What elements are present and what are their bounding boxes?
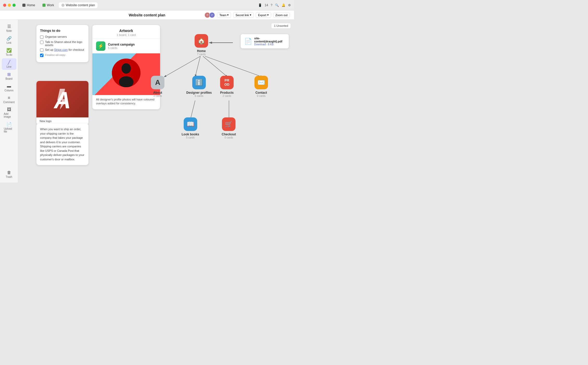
sidebar-item-todo[interactable]: ✅ To-do: [2, 46, 16, 58]
canvas[interactable]: 1 Unsorted Things to do Organise servers…: [18, 20, 294, 182]
tab-home-dot: [22, 4, 25, 7]
node-lookbooks[interactable]: 📖 Look books 5 cards: [182, 117, 199, 139]
designer-node-count: 6 cards: [195, 95, 203, 97]
add-image-icon: 🖼: [7, 107, 11, 112]
zoom-out-button[interactable]: Zoom out: [273, 12, 290, 18]
node-designer[interactable]: ℹ️ Designer profiles 6 cards: [186, 76, 212, 97]
comment-icon: ≡: [8, 96, 10, 100]
checkout-node-label: Checkout: [222, 133, 236, 136]
node-about[interactable]: A About 3 cards: [151, 76, 164, 97]
sidebar-item-link[interactable]: 🔗 Link: [2, 34, 16, 46]
sidebar-line-label: Line: [7, 65, 11, 68]
titlebar: Home Work Website content plan 📱 14 ? 🔍 …: [0, 0, 294, 10]
sidebar-column-label: Column: [4, 89, 13, 92]
checkout-node-icon: 🛒: [222, 117, 235, 131]
pdf-card[interactable]: 📄 site-content(draught).pdf Download · 8…: [241, 34, 289, 48]
about-node-count: 3 cards: [154, 95, 162, 97]
titlebar-right: 📱 14 ? 🔍 🔔 ⚙: [258, 3, 291, 7]
chevron-down-icon: ▾: [267, 13, 269, 17]
settings-icon[interactable]: ⚙: [288, 3, 291, 7]
avatar-2: P: [209, 12, 215, 18]
bell-icon[interactable]: 🔔: [282, 3, 285, 7]
sidebar-comment-label: Comment: [3, 101, 15, 104]
sidebar-item-comment[interactable]: ≡ Comment: [2, 94, 16, 105]
tab-home-label: Home: [27, 3, 35, 7]
designer-node-label: Designer profiles: [186, 91, 212, 95]
designer-node-icon: ℹ️: [192, 76, 206, 89]
search-icon[interactable]: 🔍: [275, 3, 279, 7]
pdf-filename: site-content(draught).pdf: [254, 37, 285, 43]
sidebar-item-board[interactable]: ⊞ Board: [2, 70, 16, 82]
contact-node-icon: ✉️: [254, 76, 268, 89]
node-checkout[interactable]: 🛒 Checkout 0 cards: [222, 117, 236, 139]
pdf-icon: 📄: [244, 38, 252, 45]
home-node-count: 7 cards: [197, 53, 206, 56]
svg-line-9: [203, 56, 228, 77]
sidebar-item-line[interactable]: ╱ Line: [2, 58, 16, 70]
tab-website-label: Website content plan: [66, 3, 95, 7]
secret-link-button[interactable]: Secret link ▾: [233, 12, 253, 18]
sidebar-note-label: Note: [6, 29, 12, 32]
sidebar-item-upload[interactable]: 📄 Upload file: [2, 120, 16, 135]
sidebar-item-column[interactable]: ▬ Column: [2, 82, 16, 93]
sidebar-upload-label: Upload file: [4, 127, 14, 133]
node-products[interactable]: PROD Products 2 cards: [220, 76, 234, 97]
node-contact[interactable]: ✉️ Contact 0 cards: [254, 76, 268, 97]
checkout-node-count: 0 cards: [225, 136, 233, 139]
lookbooks-node-count: 5 cards: [186, 136, 195, 139]
sidebar-item-trash[interactable]: 🗑 Trash: [2, 169, 16, 180]
pdf-info: site-content(draught).pdf Download · 8 K…: [254, 37, 285, 46]
line-icon: ╱: [8, 60, 10, 65]
upload-icon: 📄: [7, 122, 12, 127]
chevron-down-icon: ▾: [227, 13, 229, 17]
products-node-label: Products: [220, 91, 234, 95]
avatars: P P: [206, 12, 215, 18]
tab-website[interactable]: Website content plan: [59, 2, 98, 8]
minimize-button[interactable]: [8, 4, 11, 7]
toolbar: Website content plan P P Team ▾ Secret l…: [0, 10, 294, 20]
about-node-label: About: [153, 91, 162, 95]
device-icon: 📱: [258, 3, 262, 7]
sidebar-add-image-label: Add image: [4, 112, 14, 118]
tab-work-label: Work: [47, 3, 54, 7]
tab-work-dot: [42, 4, 46, 7]
products-node-icon: PROD: [220, 76, 234, 89]
trash-icon: 🗑: [7, 170, 11, 175]
node-home[interactable]: 🏠 Home 7 cards: [195, 34, 208, 56]
pdf-size: · 8 KB: [266, 43, 273, 46]
note-icon: ☰: [7, 24, 11, 29]
sidebar-trash-label: Trash: [6, 175, 12, 178]
toolbar-right: P P Team ▾ Secret link ▾ Export ▾ Zoom o…: [206, 12, 290, 18]
maximize-button[interactable]: [12, 4, 16, 7]
export-button[interactable]: Export ▾: [256, 12, 271, 18]
tab-home[interactable]: Home: [20, 2, 38, 8]
svg-line-10: [205, 56, 263, 77]
column-icon: ▬: [7, 84, 11, 89]
sidebar-link-label: Link: [7, 41, 11, 44]
chevron-down-icon: ▾: [250, 13, 251, 17]
products-node-count: 2 cards: [223, 95, 231, 97]
sidebar-item-note[interactable]: ☰ Note: [2, 22, 16, 34]
lookbooks-node-icon: 📖: [184, 117, 197, 131]
home-node-label: Home: [197, 49, 206, 53]
traffic-lights: [3, 4, 16, 7]
sidebar-bottom: 🗑 Trash: [2, 169, 16, 182]
sidebar-board-label: Board: [5, 77, 12, 80]
help-icon[interactable]: ?: [271, 3, 272, 7]
home-node-icon: 🏠: [195, 34, 208, 48]
close-button[interactable]: [3, 4, 6, 7]
pdf-download-link[interactable]: Download · 8 KB: [254, 43, 285, 46]
board-icon: ⊞: [7, 72, 11, 77]
team-button[interactable]: Team ▾: [217, 12, 231, 18]
sidebar-item-add-image[interactable]: 🖼 Add image: [2, 106, 16, 120]
svg-line-7: [164, 56, 200, 77]
sidebar-todo-label: To-do: [6, 53, 12, 56]
lookbooks-node-label: Look books: [182, 133, 199, 136]
svg-line-8: [195, 56, 200, 77]
main-area: ☰ Note 🔗 Link ✅ To-do ╱ Line ⊞ Board ▬ C…: [0, 20, 294, 182]
about-node-icon: A: [151, 76, 164, 89]
link-icon: 🔗: [7, 36, 12, 41]
tab-work[interactable]: Work: [40, 2, 57, 8]
page-title: Website content plan: [129, 13, 165, 17]
device-count: 14: [265, 3, 268, 7]
